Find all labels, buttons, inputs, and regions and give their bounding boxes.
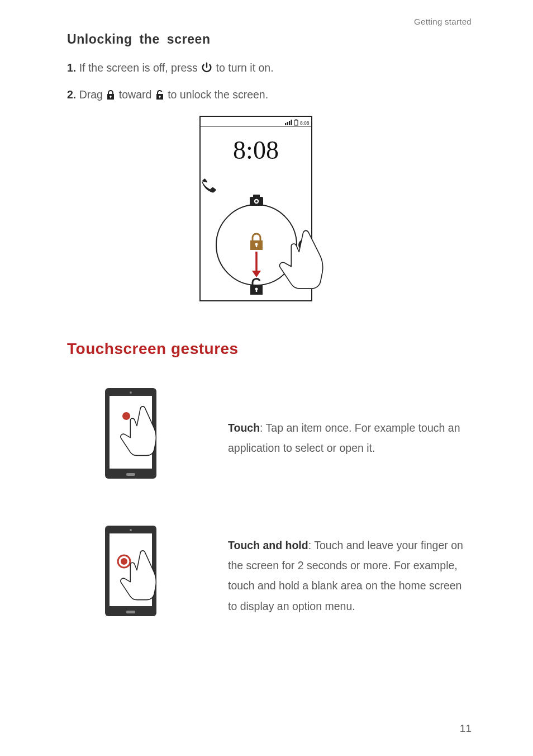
touch-gesture-description: Touch: Tap an item once. For example tou… [223,418,472,458]
svg-point-39 [121,558,127,565]
lock-closed-icon [106,88,116,105]
touch-gesture-illustration [101,385,190,491]
svg-rect-9 [287,122,288,125]
page-number: 11 [460,722,472,735]
step-2-text-c: to unlock the screen. [168,88,268,101]
gesture-touch-row: Touch: Tap an item once. For example tou… [67,385,472,491]
power-icon [201,62,213,78]
step-1-text-b: to turn it on. [216,62,274,74]
step-2-text-b: toward [119,88,155,101]
status-bar-time: 8:08 [300,120,310,126]
unlocking-the-screen-heading: Unlocking the screen [67,32,472,47]
svg-rect-13 [295,120,297,121]
svg-point-31 [130,391,132,394]
touch-hold-label: Touch and hold [228,539,308,551]
svg-rect-37 [126,611,135,613]
step-2: 2. Drag toward to unlock the screen. [67,86,472,105]
step-1-number: 1. [67,62,76,74]
touch-text: : Tap an item once. For example touch an… [228,422,460,454]
svg-rect-5 [159,97,160,98]
running-header: Getting started [67,17,472,26]
svg-rect-15 [253,195,260,198]
svg-rect-10 [289,121,290,125]
svg-rect-32 [126,473,135,476]
step-1: 1. If the screen is off, press to turn i… [67,59,472,78]
lockscreen-clock: 8:08 [233,136,279,164]
step-2-number: 2. [67,88,76,101]
svg-rect-2 [111,97,112,98]
touch-label: Touch [228,422,260,434]
svg-point-33 [122,412,130,420]
touch-hold-gesture-description: Touch and hold: Touch and leave your fin… [223,535,472,616]
svg-rect-11 [291,120,292,125]
svg-rect-8 [285,123,286,125]
touchscreen-gestures-heading: Touchscreen gestures [67,340,472,358]
step-1-text-a: If the screen is off, press [79,62,201,74]
svg-point-17 [255,200,258,202]
lock-open-icon [155,88,165,105]
svg-point-36 [130,529,132,531]
gesture-touch-hold-row: Touch and hold: Touch and leave your fin… [67,522,472,629]
svg-rect-28 [256,289,257,292]
unlock-screen-illustration: 8:08 8:08 [197,113,342,324]
step-2-text-a: Drag [79,88,106,101]
svg-rect-24 [256,244,257,247]
touch-hold-gesture-illustration [101,522,190,629]
